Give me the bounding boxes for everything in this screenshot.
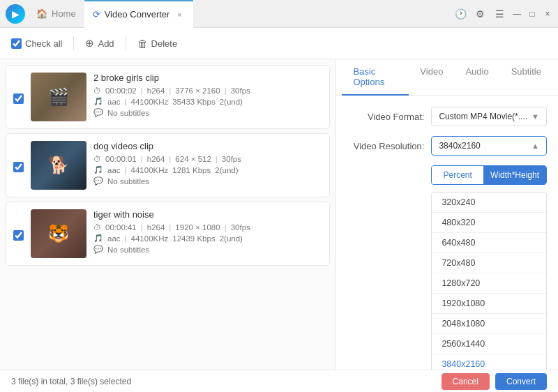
audio-meta-icon-2: 🎵 <box>93 234 103 243</box>
sample-rate-0: 44100KHz <box>131 98 169 106</box>
add-icon: ⊕ <box>85 37 94 50</box>
delete-label: Delete <box>151 38 178 49</box>
sample-rate-2: 44100KHz <box>131 234 169 243</box>
file-name-0: 2 broke girls clip <box>93 73 322 83</box>
home-icon: 🏠 <box>36 8 47 19</box>
video-resolution-value: 3840x2160 <box>439 141 527 151</box>
tab-close-button[interactable]: × <box>174 9 185 20</box>
subtitles-0: No subtitles <box>107 109 149 117</box>
right-panel: Basic Options Video Audio Subtitle Video… <box>335 59 558 370</box>
check-all-item[interactable]: Check all <box>11 38 62 49</box>
delete-icon: 🗑 <box>137 38 148 50</box>
tab-audio[interactable]: Audio <box>454 59 499 96</box>
convert-button[interactable]: Convert <box>495 373 547 390</box>
close-button[interactable]: × <box>543 9 552 19</box>
toolbar: Check all ⊕ Add 🗑 Delete <box>0 28 558 59</box>
history-icon[interactable]: 🕐 <box>453 7 467 21</box>
video-meta-icon-2: ⏱ <box>93 223 101 232</box>
menu-icon[interactable]: ☰ <box>492 7 506 21</box>
file-item: 🐯 tiger with noise ⏱ 00:00:41 | h264 | 1… <box>6 202 330 266</box>
tab-home[interactable]: 🏠 Home <box>28 0 84 28</box>
audio-meta-icon-0: 🎵 <box>93 97 103 106</box>
resolution-item[interactable]: 640x480 <box>432 233 546 253</box>
resolution-list: 320x240480x320640x480720x4801280x7201920… <box>431 192 547 370</box>
tab-video[interactable]: Video <box>409 59 454 96</box>
file-meta-row-sub-2: 💬 No subtitles <box>93 245 322 254</box>
width-height-button[interactable]: Width*Height <box>483 166 546 184</box>
res-2: 1920 × 1080 <box>175 223 220 232</box>
bitrate-1: 1281 Kbps <box>172 166 211 174</box>
file-name-1: dog videos clip <box>93 141 322 151</box>
codec-0: h264 <box>147 86 165 95</box>
duration-1: 00:00:01 <box>105 155 137 163</box>
check-all-checkbox[interactable] <box>11 38 22 49</box>
converter-icon: ⟳ <box>93 9 100 20</box>
bottom-buttons: Cancel Convert <box>442 373 547 390</box>
window-controls: 🕐 ⚙ ☰ — □ × <box>453 7 552 21</box>
settings-icon[interactable]: ⚙ <box>473 7 487 21</box>
thumb-content-0: 🎬 <box>31 73 86 121</box>
codec-2: h264 <box>147 223 165 232</box>
file-meta-row-sub-1: 💬 No subtitles <box>93 176 322 186</box>
file-checkbox-1[interactable] <box>13 162 24 172</box>
channels-1: 2(und) <box>215 166 238 174</box>
resolution-item[interactable]: 320x240 <box>432 193 546 213</box>
resolution-item[interactable]: 1920x1080 <box>432 294 546 314</box>
file-meta-2: ⏱ 00:00:41 | h264 | 1920 × 1080 | 30fps … <box>93 223 322 254</box>
toolbar-divider-2 <box>126 36 126 50</box>
channels-0: 2(und) <box>220 98 243 106</box>
res-0: 3776 × 2160 <box>175 86 220 95</box>
resolution-item[interactable]: 480x320 <box>432 213 546 233</box>
percent-button[interactable]: Percent <box>432 166 483 184</box>
tab-converter[interactable]: ⟳ Video Converter × <box>84 0 194 28</box>
file-thumbnail-1: 🐕 <box>31 141 86 190</box>
tab-basic-options[interactable]: Basic Options <box>342 59 409 96</box>
file-checkbox-0[interactable] <box>13 93 24 104</box>
resolution-item[interactable]: 720x480 <box>432 253 546 273</box>
resolution-item[interactable]: 2560x1440 <box>432 334 546 354</box>
tab-subtitle[interactable]: Subtitle <box>500 59 552 96</box>
title-bar: ▶ 🏠 Home ⟳ Video Converter × 🕐 ⚙ ☰ — □ × <box>0 0 558 28</box>
video-meta-icon-0: ⏱ <box>93 86 101 95</box>
converter-tab-label: Video Converter <box>105 9 170 20</box>
file-meta-row-audio-1: 🎵 aac | 44100KHz 1281 Kbps 2(und) <box>93 165 322 174</box>
audio-meta-icon-1: 🎵 <box>93 165 103 174</box>
app-logo: ▶ <box>6 4 25 24</box>
minimize-button[interactable]: — <box>512 9 522 19</box>
panel-content: Video Format: Custom MP4 Movie(*.... ▼ V… <box>336 96 558 370</box>
subtitle-meta-icon-2: 💬 <box>93 245 103 254</box>
home-tab-label: Home <box>52 8 76 19</box>
file-item: 🐕 dog videos clip ⏱ 00:00:01 | h264 | 62… <box>6 133 330 197</box>
file-checkbox-2[interactable] <box>13 230 24 241</box>
resolution-item[interactable]: 3840x2160 <box>432 354 546 370</box>
video-format-select[interactable]: Custom MP4 Movie(*.... ▼ <box>431 107 547 126</box>
cancel-button[interactable]: Cancel <box>442 373 490 390</box>
file-meta-row-sub-0: 💬 No subtitles <box>93 108 322 117</box>
video-resolution-select[interactable]: 3840x2160 ▲ <box>431 136 547 156</box>
video-format-label: Video Format: <box>347 112 424 122</box>
channels-2: 2(und) <box>220 234 243 243</box>
file-list: 🎬 2 broke girls clip ⏱ 00:00:02 | h264 |… <box>0 59 335 370</box>
file-info-0: 2 broke girls clip ⏱ 00:00:02 | h264 | 3… <box>93 73 322 117</box>
main-layout: 🎬 2 broke girls clip ⏱ 00:00:02 | h264 |… <box>0 59 558 370</box>
delete-button[interactable]: 🗑 Delete <box>137 38 178 50</box>
file-meta-1: ⏱ 00:00:01 | h264 | 624 × 512 | 30fps 🎵 … <box>93 155 322 186</box>
thumb-content-2: 🐯 <box>31 209 86 258</box>
subtitle-meta-icon-0: 💬 <box>93 108 103 117</box>
file-meta-row-video-1: ⏱ 00:00:01 | h264 | 624 × 512 | 30fps <box>93 155 322 163</box>
add-button[interactable]: ⊕ Add <box>85 37 114 50</box>
status-bar: 3 file(s) in total, 3 file(s) selected C… <box>0 370 558 392</box>
subtitles-2: No subtitles <box>107 246 149 254</box>
check-all-label: Check all <box>25 38 62 49</box>
maximize-button[interactable]: □ <box>527 9 537 19</box>
panel-tabs: Basic Options Video Audio Subtitle <box>336 59 558 96</box>
thumb-content-1: 🐕 <box>31 141 86 190</box>
video-format-value: Custom MP4 Movie(*.... <box>439 112 527 121</box>
resolution-item[interactable]: 2048x1080 <box>432 314 546 334</box>
duration-0: 00:00:02 <box>105 86 137 95</box>
bitrate-0: 35433 Kbps <box>172 98 215 106</box>
resolution-switcher: Percent Width*Height <box>431 165 547 185</box>
duration-2: 00:00:41 <box>105 223 137 232</box>
file-meta-row-video-0: ⏱ 00:00:02 | h264 | 3776 × 2160 | 30fps <box>93 86 322 95</box>
resolution-item[interactable]: 1280x720 <box>432 273 546 294</box>
